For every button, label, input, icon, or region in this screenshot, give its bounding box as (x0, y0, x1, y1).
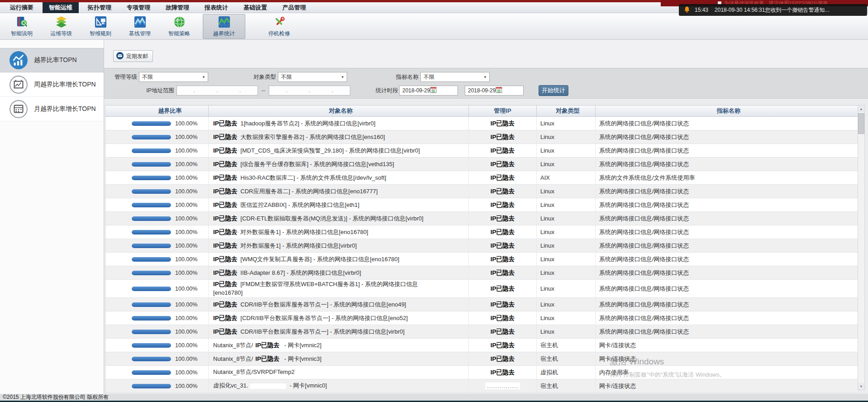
footer-copyright: ©2015 上海北塔软件股份有限公司 版权所有 (0, 394, 868, 401)
managed-ip: IP已隐去 (491, 174, 515, 182)
chevron-down-icon: ▼ (483, 75, 487, 79)
object-name: Nutanix_8节点/IP已隐去 - 网卡[vmnic3] (213, 354, 321, 364)
object-name: Nutanix_8节点/IP已隐去 - 网卡[vmnic2] (213, 341, 321, 350)
alarm-notification-toast[interactable]: 15:43 2018-09-30 14:56:31您收到一个撤销告警通知... (679, 4, 867, 16)
overrun-bar (132, 216, 171, 221)
vertical-scrollbar[interactable]: ▲ ▼ (858, 105, 865, 390)
table-row[interactable]: 100.00%IP已隐去[CDR-ETL数据抽取服务器(MQ消息发送)] - 系… (105, 212, 858, 225)
overrun-percent: 100.00% (175, 175, 197, 181)
sidebar-item-2[interactable]: 周越界比率增长TOPN (0, 72, 104, 97)
table-row[interactable]: 100.00%IP已隐去CDR/IIB平台数据库服务器节点一] - 系统的网络接… (105, 325, 858, 339)
table-row[interactable]: 100.00%IP已隐去[综合服务平台缓存数据库] - 系统的网络接口信息[ve… (105, 158, 858, 171)
toolbar-item-3[interactable]: 智维规则 (85, 14, 116, 39)
toolbar-item-5[interactable]: 智能策略 (163, 14, 195, 39)
table-row[interactable]: 100.00%IP已隐去[WMQ文件复制工具服务器] - 系统的网络接口信息[e… (105, 253, 858, 266)
overrun-percent: 100.00% (175, 229, 197, 235)
table-row[interactable]: 100.00%IP已隐去CDR应用服务器二] - 系统的网络接口信息[eno16… (105, 185, 858, 198)
table-row[interactable]: 100.00%IP已隐去[MDT_CDS_临床决策慢病预警_29.180] - … (105, 144, 858, 158)
object-type: Linux (537, 198, 596, 211)
scroll-up-icon[interactable]: ▲ (858, 105, 864, 112)
nav-tab-7[interactable]: 基础设置 (237, 2, 273, 13)
table-row[interactable]: 100.00%IP已隐去[FMDM主数据管理系统WEB+BATCH服务器1] -… (105, 280, 858, 298)
metric-name: 系统的网络接口信息/网络接口状态 (596, 225, 858, 239)
bell-icon (683, 6, 691, 13)
toolbar-item-1[interactable]: 智能说明 (6, 14, 38, 39)
start-statistics-button[interactable]: 开始统计 (539, 85, 568, 96)
overrun-ratio-cell: 100.00% (105, 158, 209, 171)
table-row[interactable]: 100.00%IP已隐去大数据搜索引擎服务器2] - 系统的网络接口信息[ens… (105, 130, 858, 144)
table-body: 100.00%IP已隐去1[hadoop服务器节点2] - 系统的网络接口信息[… (105, 117, 858, 393)
table-row[interactable]: 100.00%虚拟化vc_31. - 网卡[vmnic0]...........… (105, 379, 858, 393)
calendar-icon-slot1[interactable] (430, 86, 437, 95)
sidebar-item-1[interactable]: 越界比率TOPN (0, 48, 104, 72)
nav-tab-4[interactable]: 专项管理 (120, 2, 157, 13)
managed-ip-cell: IP已隐去 (469, 311, 537, 325)
table-row[interactable]: 100.00%Nutanix_8节点/IP已隐去 - 网卡[vmnic2]IP已… (105, 339, 858, 352)
object-name: IP已隐去对外数据服务1] - 系统的网络接口信息[eno16780] (213, 228, 368, 237)
toolbar-item-4[interactable]: 基线管理 (124, 14, 156, 39)
nav-tab-3[interactable]: 拓扑管理 (81, 2, 118, 13)
scheduled-mail-button[interactable]: 定期发邮 (113, 50, 153, 62)
overrun-bar (132, 384, 171, 388)
table-row[interactable]: 100.00%Nutanix_8节点/IP已隐去 - 网卡[vmnic3]IP已… (105, 352, 858, 366)
ip-redacted-label: IP已隐去 (213, 120, 237, 127)
managed-ip-cell: IP已隐去 (469, 130, 537, 144)
nav-tab-1[interactable]: 运行摘要 (4, 2, 40, 13)
table-row[interactable]: 100.00%IP已隐去对外数据服务1] - 系统的网络接口信息[virbr0]… (105, 239, 858, 253)
manage-level-select[interactable]: 不限▼ (139, 72, 208, 82)
object-name: IP已隐去CDR/IIB平台数据库服务器节点一] - 系统的网络接口信息[vir… (213, 327, 405, 336)
period-start-date-field[interactable]: 2018-09-29 (399, 86, 458, 96)
metric-name: 系统的网络接口信息/网络接口状态 (596, 253, 858, 266)
overrun-percent: 100.00% (175, 120, 197, 127)
sidebar-item-label: 周越界比率增长TOPN (34, 81, 96, 89)
overrun-bar (132, 343, 171, 348)
toolbar-item-label: 智能策略 (168, 30, 190, 38)
ip-range-end-input[interactable]: . . . (269, 86, 350, 96)
toolbar-item-7[interactable]: 停机检修 (263, 14, 295, 39)
object-type-select[interactable]: 不限▼ (278, 72, 347, 82)
chevron-down-icon: ▼ (202, 75, 205, 79)
table-row[interactable]: 100.00%IP已隐去IIB-Adapter 8.67] - 系统的网络接口信… (105, 266, 858, 280)
table-row[interactable]: 100.00%IP已隐去医信监控ZABBIX] - 系统的网络接口信息[eth1… (105, 198, 858, 212)
managed-ip-cell: ............... (469, 379, 537, 392)
ip-redacted-label: IP已隐去 (213, 281, 237, 287)
overrun-bar (132, 121, 171, 126)
overrun-bar (132, 302, 171, 307)
toolbar-item-2[interactable]: 运维等级 (45, 14, 77, 39)
period-end-value: 2018-09-29 (468, 87, 496, 94)
table-row[interactable]: 100.00%Nutanix_8节点/SVRPDFTemp2IP已隐去虚拟机内存… (105, 366, 858, 379)
overrun-percent: 100.00% (175, 286, 197, 292)
managed-ip-cell: IP已隐去 (469, 325, 537, 338)
ip-range-start-input[interactable]: . . . (176, 86, 258, 96)
overrun-percent: 100.00% (175, 161, 197, 168)
scrollbar-thumb[interactable] (858, 113, 864, 134)
overrun-ratio-cell: 100.00% (105, 325, 209, 338)
overrun-percent: 100.00% (175, 342, 197, 349)
policy-icon (173, 15, 186, 29)
sidebar-item-3[interactable]: 月越界比率增长TOPN (0, 97, 104, 121)
redaction-mask (250, 383, 286, 389)
object-name: IP已隐去[CDR-ETL数据抽取服务器(MQ消息发送)] - 系统的网络接口信… (213, 214, 424, 223)
overrun-ratio-cell: 100.00% (105, 311, 209, 325)
nav-tab-5[interactable]: 故障管理 (159, 2, 196, 13)
manage-level-value: 不限 (142, 73, 153, 81)
toolbar-item-6[interactable]: 越界统计 (203, 14, 245, 39)
table-row[interactable]: 100.00%IP已隐去CDR/IIB平台数据库服务器节点一] - 系统的网络接… (105, 298, 858, 311)
table-row[interactable]: 100.00%IP已隐去对外数据服务1] - 系统的网络接口信息[eno1678… (105, 225, 858, 239)
calendar-icon-slot2[interactable] (496, 86, 502, 95)
table-row[interactable]: 100.00%IP已隐去[CDR/IIB平台数据库服务器节点一] - 系统的网络… (105, 311, 858, 325)
object-name-cell: IP已隐去IIB-Adapter 8.67] - 系统的网络接口信息[virbr… (209, 266, 469, 279)
scroll-down-icon[interactable]: ▼ (858, 383, 864, 390)
period-end-date-field[interactable]: 2018-09-29 (465, 86, 524, 96)
metric-name-select[interactable]: 不限▼ (420, 72, 490, 82)
metric-name: 系统的网络接口信息/网络接口状态 (596, 311, 858, 325)
nav-tab-8[interactable]: 产品管理 (276, 2, 312, 13)
nav-tab-6[interactable]: 报表统计 (198, 2, 234, 13)
metric-name: 系统的网络接口信息/网络接口状态 (596, 144, 858, 157)
table-row[interactable]: 100.00%IP已隐去His30-RAC数据库二] - 系统的文件系统信息[/… (105, 171, 858, 185)
table-row[interactable]: 100.00%IP已隐去1[hadoop服务器节点2] - 系统的网络接口信息[… (105, 117, 858, 130)
nav-tab-2[interactable]: 智能运维 (43, 2, 79, 13)
column-header-5: 指标名称 (596, 105, 858, 116)
ip-redacted-label: IP已隐去 (213, 201, 237, 208)
metric-name: 网卡/连接状态 (596, 339, 858, 352)
